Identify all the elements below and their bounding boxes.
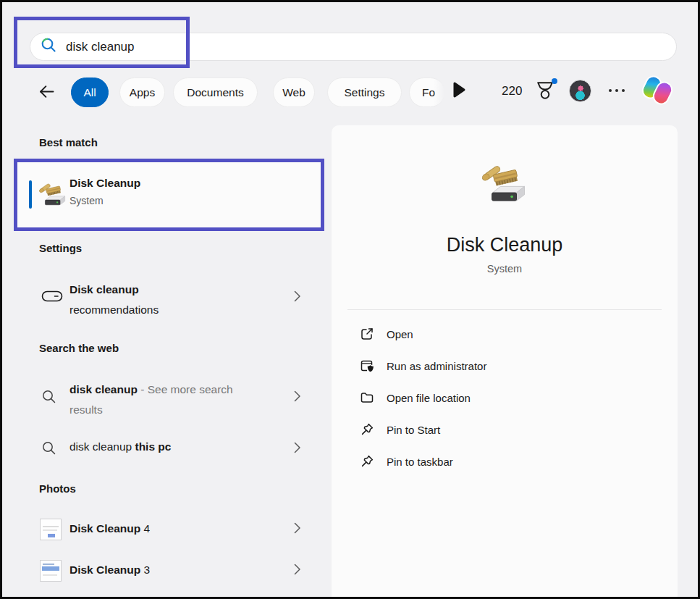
photo-title: Disk Cleanup [69,564,140,576]
tab-apps-label: Apps [130,86,155,99]
tab-all-label: All [83,86,96,99]
tab-documents-label: Documents [187,86,243,99]
photo-result-disk-cleanup-4[interactable]: Disk Cleanup 4 [17,511,321,548]
web-result-query: disk cleanup [69,383,138,395]
rewards-points: 220 [502,84,522,99]
search-result-icon [41,440,56,458]
web-result-see-more[interactable]: disk cleanup - See more search results [17,370,321,425]
tab-web-label: Web [282,86,305,99]
settings-result-line2: recommendations [69,303,159,316]
tab-scroll-fade [434,75,448,110]
chevron-right-icon [294,390,300,405]
chevron-right-icon [294,290,300,305]
photo-thumbnail [40,519,62,540]
user-avatar[interactable] [569,80,591,102]
admin-shield-icon [360,359,374,373]
scroll-tabs-right-button[interactable] [451,80,467,102]
search-result-icon [41,389,56,406]
photo-number: 3 [144,564,151,576]
search-query-text: disk cleanup [66,40,135,54]
action-open[interactable]: Open [332,318,678,350]
action-open-label: Open [387,328,413,340]
windows-search-panel: disk cleanup All Apps Documents Web Sett… [0,0,700,599]
tab-documents[interactable]: Documents [173,78,258,107]
folder-icon [360,390,374,405]
preview-subtitle: System [332,263,678,275]
action-pin-start-label: Pin to Start [387,424,440,436]
back-button[interactable] [37,82,59,102]
divider [347,309,662,310]
selection-accent-bar [29,180,32,209]
web-result-bold: this pc [135,440,171,453]
best-match-result-disk-cleanup[interactable]: Disk Cleanup System [17,162,321,227]
search-icon [41,37,57,56]
rewards-trophy-icon[interactable] [535,79,557,102]
photo-result-disk-cleanup-3[interactable]: Disk Cleanup 3 [17,552,321,590]
settings-result-line1: Disk cleanup [69,283,139,296]
storage-drive-icon [41,289,63,306]
action-pin-to-start[interactable]: Pin to Start [332,414,678,445]
section-heading-photos: Photos [39,482,76,495]
action-pin-taskbar-label: Pin to taskbar [387,456,453,468]
action-open-location-label: Open file location [387,392,471,404]
search-input[interactable]: disk cleanup [30,33,677,61]
action-open-file-location[interactable]: Open file location [332,382,678,414]
copilot-icon[interactable] [642,75,672,106]
open-icon [360,327,374,341]
settings-result-disk-cleanup-recommendations[interactable]: Disk cleanup recommendations [17,269,321,327]
pin-icon [360,422,374,437]
preview-title: Disk Cleanup [332,234,678,256]
action-run-admin-label: Run as administrator [387,360,486,372]
action-list: Open Run as administrator [332,318,678,477]
pin-icon [360,454,374,469]
tab-settings-label: Settings [344,86,384,99]
disk-cleanup-icon-large [474,162,535,209]
tab-all[interactable]: All [71,78,109,107]
chevron-right-icon [294,522,300,537]
section-heading-best-match: Best match [39,136,98,148]
preview-panel: Disk Cleanup System Open [332,125,678,597]
action-pin-to-taskbar[interactable]: Pin to taskbar [332,445,678,477]
result-title: Disk Cleanup [69,177,140,190]
chevron-right-icon [294,564,300,578]
section-heading-settings: Settings [39,242,82,254]
photo-number: 4 [144,522,151,535]
rewards-notification-dot [552,78,557,84]
photo-thumbnail [40,560,62,582]
web-result-prefix: disk cleanup [69,440,135,453]
section-heading-search-the-web: Search the web [39,342,119,354]
photo-title: Disk Cleanup [69,522,140,535]
web-result-this-pc[interactable]: disk cleanup this pc [17,432,321,466]
action-run-as-administrator[interactable]: Run as administrator [332,350,678,382]
tab-apps[interactable]: Apps [119,78,165,107]
tab-settings[interactable]: Settings [327,78,402,107]
result-subtitle: System [69,195,140,206]
tab-web[interactable]: Web [273,78,315,107]
chevron-right-icon [294,442,300,456]
more-options-icon[interactable] [609,89,625,92]
disk-cleanup-icon [38,181,67,210]
